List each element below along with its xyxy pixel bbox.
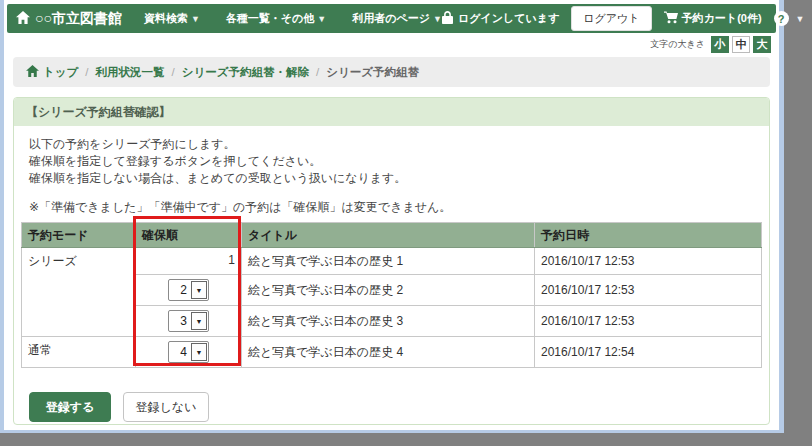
help-icon: ? (774, 11, 789, 26)
panel-title: 【シリーズ予約組替確認】 (14, 98, 769, 126)
column-header-order: 確保順 (136, 223, 242, 248)
browser-window: ○○市立図書館 資料検索▼ 各種一覧・その他▼ 利用者のページ▼ ログインしてい… (0, 0, 784, 433)
note-text: ※「準備できました」「準備中です」の予約は「確保順」は変更できません。 (29, 199, 762, 216)
datetime-cell: 2016/10/17 12:53 (535, 306, 762, 337)
chevron-down-icon: ▼ (317, 14, 326, 24)
description-line: 確保順を指定しない場合は、まとめての受取という扱いになります。 (29, 170, 762, 187)
order-cell: 4▼ (136, 337, 242, 368)
panel-body: 以下の予約をシリーズ予約にします。 確保順を指定して登録するボタンを押してくださ… (14, 126, 769, 422)
order-cell: 1 (136, 248, 242, 275)
series-reservation-confirm-panel: 【シリーズ予約組替確認】 以下の予約をシリーズ予約にします。 確保順を指定して登… (13, 97, 770, 425)
cart-label: 予約カート(0件) (682, 11, 762, 26)
breadcrumb-link-series-change[interactable]: シリーズ予約組替・解除 (182, 65, 309, 80)
title-cell: 絵と写真で学ぶ日本の歴史 1 (242, 248, 535, 275)
title-cell: 絵と写真で学ぶ日本の歴史 2 (242, 275, 535, 306)
breadcrumb: トップ / 利用状況一覧 / シリーズ予約組替・解除 / シリーズ予約組替 (13, 57, 770, 87)
action-buttons: 登録する 登録しない (29, 392, 762, 422)
breadcrumb-home-link[interactable]: トップ (26, 65, 78, 80)
column-header-mode: 予約モード (22, 223, 136, 248)
chevron-down-icon: ▼ (796, 14, 805, 24)
datetime-cell: 2016/10/17 12:53 (535, 275, 762, 306)
nav-right-group: ログインしています ログアウト 予約カート(0件) ? ▼ (442, 6, 805, 31)
menu-lists-other[interactable]: 各種一覧・その他▼ (226, 11, 326, 26)
breadcrumb-separator: / (172, 66, 175, 78)
chevron-down-icon: ▼ (191, 14, 200, 24)
cancel-button[interactable]: 登録しない (123, 392, 209, 422)
mode-cell: 通常 (22, 337, 136, 368)
home-icon (26, 65, 39, 79)
top-navbar: ○○市立図書館 資料検索▼ 各種一覧・その他▼ 利用者のページ▼ ログインしてい… (7, 4, 776, 33)
order-cell: 3▼ (136, 306, 242, 337)
order-select[interactable]: 4▼ (168, 341, 209, 363)
breadcrumb-link-usage-list[interactable]: 利用状況一覧 (96, 65, 165, 80)
library-brand-link[interactable]: ○○市立図書館 (16, 10, 122, 28)
lock-icon (442, 11, 453, 26)
help-menu[interactable]: ? ▼ (774, 11, 805, 26)
order-cell: 2▼ (136, 275, 242, 306)
datetime-cell: 2016/10/17 12:53 (535, 248, 762, 275)
menu-user-page[interactable]: 利用者のページ▼ (352, 11, 442, 26)
title-cell: 絵と写真で学ぶ日本の歴史 4 (242, 337, 535, 368)
chevron-down-icon: ▼ (433, 14, 442, 24)
title-cell: 絵と写真で学ぶ日本の歴史 3 (242, 306, 535, 337)
breadcrumb-separator: / (85, 66, 88, 78)
order-select[interactable]: 2▼ (168, 279, 209, 301)
text-size-large-button[interactable]: 大 (753, 36, 771, 53)
login-status-label: ログインしています (458, 11, 559, 26)
table-row: 通常 4▼ 絵と写真で学ぶ日本の歴史 4 2016/10/17 12:54 (22, 337, 762, 368)
mode-cell: シリーズ (22, 248, 136, 337)
breadcrumb-separator: / (316, 66, 319, 78)
text-size-medium-button[interactable]: 中 (732, 36, 750, 53)
chevron-down-icon: ▼ (191, 281, 207, 299)
brand-label: ○○市立図書館 (35, 10, 122, 28)
description-line: 以下の予約をシリーズ予約にします。 (29, 136, 762, 153)
chevron-down-icon: ▼ (191, 343, 207, 361)
text-size-row: 文字の大きさ 小 中 大 (4, 33, 779, 55)
menu-material-search[interactable]: 資料検索▼ (144, 11, 200, 26)
register-button[interactable]: 登録する (29, 392, 111, 422)
table-header-row: 予約モード 確保順 タイトル 予約日時 (22, 223, 762, 248)
home-icon (16, 11, 30, 27)
logout-button[interactable]: ログアウト (571, 6, 651, 31)
table-row: シリーズ 1 絵と写真で学ぶ日本の歴史 1 2016/10/17 12:53 (22, 248, 762, 275)
reservation-cart-link[interactable]: 予約カート(0件) (664, 11, 762, 26)
text-size-small-button[interactable]: 小 (711, 36, 729, 53)
nav-menus: 資料検索▼ 各種一覧・その他▼ 利用者のページ▼ (144, 11, 442, 26)
reservation-table: 予約モード 確保順 タイトル 予約日時 シリーズ 1 絵と写真で学ぶ日本の歴史 … (21, 222, 762, 368)
datetime-cell: 2016/10/17 12:54 (535, 337, 762, 368)
cart-icon (664, 11, 678, 26)
order-select[interactable]: 3▼ (168, 310, 209, 332)
text-size-label: 文字の大きさ (650, 38, 705, 51)
description-line: 確保順を指定して登録するボタンを押してください。 (29, 153, 762, 170)
column-header-title: タイトル (242, 223, 535, 248)
breadcrumb-current: シリーズ予約組替 (326, 65, 419, 80)
chevron-down-icon: ▼ (191, 312, 207, 330)
column-header-datetime: 予約日時 (535, 223, 762, 248)
login-status: ログインしています (442, 11, 559, 26)
